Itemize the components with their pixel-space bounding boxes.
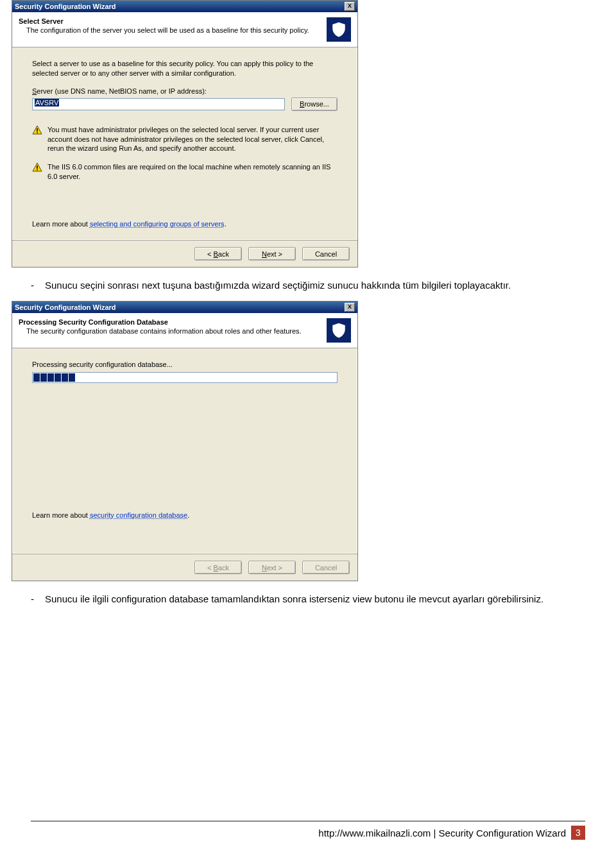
instruction-text: Select a server to use as a baseline for… (32, 59, 338, 78)
progress-segment (55, 373, 61, 382)
header-subtitle: The security configuration database cont… (19, 327, 321, 335)
wizard-header: Select Server The configuration of the s… (12, 12, 357, 47)
document-paragraph-1: Sunucu seçini sonrası next tuşuna bastığ… (45, 279, 585, 292)
shield-lock-icon (327, 318, 351, 343)
header-subtitle: The configuration of the server you sele… (19, 26, 321, 34)
progress-bar (32, 372, 338, 383)
browse-button[interactable]: Browse... (291, 98, 338, 111)
wizard-dialog-select-server: Security Configuration Wizard X Select S… (12, 0, 358, 268)
titlebar[interactable]: Security Configuration Wizard X (12, 302, 357, 313)
progress-segment (69, 373, 75, 382)
page-number: 3 (571, 826, 585, 840)
learn-more-link[interactable]: security configuration database (90, 511, 187, 519)
document-paragraph-2: Sunucu ile ilgili configuration database… (45, 593, 585, 606)
progress-segment (40, 373, 47, 382)
page-footer: http://www.mikailnazli.com | Security Co… (31, 821, 585, 840)
shield-lock-icon (327, 17, 351, 42)
svg-rect-1 (37, 128, 38, 132)
learn-more-link[interactable]: selecting and configuring groups of serv… (90, 220, 225, 228)
back-button: < Back (194, 561, 242, 574)
wizard-footer: < Back Next > Cancel (12, 554, 357, 581)
server-input-value: AVSRV (35, 99, 59, 106)
wizard-footer: < Back Next > Cancel (12, 240, 357, 267)
progress-segment (47, 373, 54, 382)
svg-rect-4 (37, 166, 38, 169)
wizard-body: Processing security configuration databa… (12, 348, 357, 554)
server-input[interactable]: AVSRV (32, 98, 285, 110)
progress-segment (33, 373, 40, 382)
cancel-button: Cancel (302, 561, 350, 574)
window-title: Security Configuration Wizard (15, 1, 116, 12)
wizard-header: Processing Security Configuration Databa… (12, 313, 357, 348)
titlebar[interactable]: Security Configuration Wizard X (12, 1, 357, 12)
window-title: Security Configuration Wizard (15, 302, 116, 313)
wizard-body: Select a server to use as a baseline for… (12, 47, 357, 240)
warning-text-2: The IIS 6.0 common files are required on… (47, 162, 338, 182)
warning-icon (32, 162, 42, 173)
footer-text: http://www.mikailnazli.com | Security Co… (318, 828, 566, 838)
header-title: Processing Security Configuration Databa… (19, 318, 321, 326)
next-button[interactable]: Next > (248, 247, 296, 260)
header-title: Select Server (19, 17, 321, 25)
progress-label: Processing security configuration databa… (32, 360, 338, 370)
back-button[interactable]: < Back (194, 247, 242, 260)
progress-segment (62, 373, 68, 382)
close-icon[interactable]: X (345, 2, 355, 11)
close-icon[interactable]: X (345, 303, 355, 312)
warning-text-1: You must have administrator privileges o… (47, 125, 338, 154)
next-button: Next > (248, 561, 296, 574)
warning-icon (32, 125, 42, 135)
cancel-button[interactable]: Cancel (302, 247, 350, 260)
learn-more: Learn more about security configuration … (32, 511, 338, 519)
learn-more: Learn more about selecting and configuri… (32, 220, 338, 228)
wizard-dialog-processing: Security Configuration Wizard X Processi… (12, 301, 358, 581)
svg-rect-5 (37, 169, 38, 171)
svg-rect-2 (37, 132, 38, 133)
server-field-label: Server (use DNS name, NetBIOS name, or I… (32, 87, 338, 95)
